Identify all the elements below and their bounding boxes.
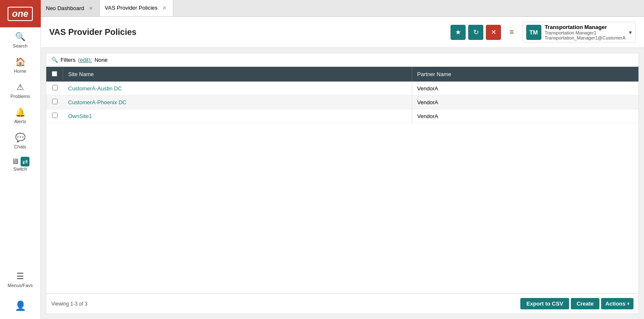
partner-name-cell: VendorA bbox=[412, 109, 638, 123]
user-role: Transportation Manager1 bbox=[545, 30, 625, 35]
table-footer: Viewing 1-3 of 3 Export to CSV Create Ac… bbox=[46, 293, 639, 314]
sidebar: one 🔍 Search 🏠 Home ⚠ Problems 🔔 Alerts … bbox=[0, 0, 41, 319]
user-name: Transportation Manager bbox=[545, 24, 625, 30]
tab-bar: Neo Dashboard ✕ VAS Provider Policies ✕ bbox=[41, 0, 644, 17]
table-row: CustomerA-Phoenix DC VendorA bbox=[46, 95, 639, 109]
row-checkbox[interactable] bbox=[52, 113, 58, 118]
table-container: Site Name Partner Name CustomerA-Austin … bbox=[46, 67, 639, 293]
page-title: VAS Provider Policies bbox=[49, 27, 445, 37]
home-icon: 🏠 bbox=[15, 57, 26, 67]
tab-vas-label: VAS Provider Policies bbox=[105, 5, 157, 11]
switch-arrows-icon: ⇄ bbox=[21, 157, 29, 166]
chevron-down-icon: ▾ bbox=[629, 29, 632, 36]
site-name-link[interactable]: OwnSite1 bbox=[68, 113, 92, 119]
export-csv-button[interactable]: Export to CSV bbox=[520, 298, 569, 309]
filters-value: None bbox=[95, 57, 108, 63]
vas-policies-table: Site Name Partner Name CustomerA-Austin … bbox=[46, 67, 639, 123]
sidebar-item-home[interactable]: 🏠 Home bbox=[0, 53, 40, 78]
sidebar-label-chats: Chats bbox=[14, 144, 27, 149]
content-area: 🔍 Filters (edit): None Site Name bbox=[41, 48, 644, 319]
page-header: VAS Provider Policies ★ ↻ ✕ ≡ TM Transpo… bbox=[41, 17, 644, 48]
sidebar-item-chats[interactable]: 💬 Chats bbox=[0, 128, 40, 153]
tab-neo-dashboard[interactable]: Neo Dashboard ✕ bbox=[41, 0, 100, 16]
th-checkbox bbox=[46, 67, 63, 81]
filters-bar: 🔍 Filters (edit): None bbox=[46, 53, 639, 67]
actions-label: Actions bbox=[605, 301, 625, 307]
chats-icon: 💬 bbox=[15, 132, 26, 142]
th-partner-name: Partner Name bbox=[412, 67, 638, 82]
content-panel: 🔍 Filters (edit): None Site Name bbox=[46, 53, 639, 314]
row-checkbox[interactable] bbox=[52, 85, 58, 90]
sidebar-item-switch[interactable]: 🖥 ⇄ Switch bbox=[0, 153, 40, 175]
table-header-row: Site Name Partner Name bbox=[46, 67, 639, 82]
sidebar-item-search[interactable]: 🔍 Search bbox=[0, 27, 40, 53]
row-checkbox[interactable] bbox=[52, 99, 58, 104]
row-checkbox-cell bbox=[46, 95, 63, 109]
header-actions: ★ ↻ ✕ bbox=[451, 25, 501, 40]
problems-icon: ⚠ bbox=[16, 82, 24, 92]
alerts-icon: 🔔 bbox=[15, 107, 26, 117]
filters-edit-link[interactable]: (edit): bbox=[78, 57, 92, 63]
site-name-cell: CustomerA-Phoenix DC bbox=[63, 95, 412, 109]
footer-action-buttons: Export to CSV Create Actions ▾ bbox=[520, 298, 633, 309]
actions-caret-icon: ▾ bbox=[627, 301, 629, 306]
tab-vas-provider-policies[interactable]: VAS Provider Policies ✕ bbox=[100, 0, 173, 16]
row-checkbox-cell bbox=[46, 82, 63, 95]
tab-neo-dashboard-label: Neo Dashboard bbox=[46, 5, 84, 11]
switch-screen-icon: 🖥 bbox=[11, 157, 19, 166]
select-all-checkbox[interactable] bbox=[52, 71, 57, 76]
sidebar-item-menus-favs[interactable]: ☰ Menus/Favs bbox=[0, 267, 40, 292]
menus-icon: ☰ bbox=[16, 271, 24, 281]
sidebar-item-alerts[interactable]: 🔔 Alerts bbox=[0, 103, 40, 128]
tab-neo-dashboard-close[interactable]: ✕ bbox=[87, 5, 94, 12]
row-checkbox-cell bbox=[46, 109, 63, 123]
viewing-count: Viewing 1-3 of 3 bbox=[51, 301, 87, 307]
sidebar-label-switch: Switch bbox=[13, 166, 27, 171]
app-logo[interactable]: one bbox=[0, 0, 41, 27]
partner-name-cell: VendorA bbox=[412, 95, 638, 109]
th-site-name: Site Name bbox=[63, 67, 412, 82]
partner-name-cell: VendorA bbox=[412, 82, 638, 95]
user-email: Transportation_Manager1@CustomerA bbox=[545, 35, 625, 40]
user-small-icon: 👤 bbox=[15, 301, 26, 311]
table-row: OwnSite1 VendorA bbox=[46, 109, 639, 123]
filter-icon: 🔍 bbox=[51, 57, 58, 63]
user-info: Transportation Manager Transportation Ma… bbox=[545, 24, 625, 40]
filters-label: Filters bbox=[61, 57, 75, 63]
logo-text: one bbox=[8, 7, 32, 21]
site-name-cell: CustomerA-Austin DC bbox=[63, 82, 412, 95]
sidebar-label-menus: Menus/Favs bbox=[8, 283, 33, 288]
site-name-cell: OwnSite1 bbox=[63, 109, 412, 123]
sidebar-label-problems: Problems bbox=[11, 94, 30, 99]
avatar: TM bbox=[526, 25, 541, 40]
site-name-link[interactable]: CustomerA-Austin DC bbox=[68, 85, 122, 92]
sidebar-item-problems[interactable]: ⚠ Problems bbox=[0, 78, 40, 103]
favorite-button[interactable]: ★ bbox=[451, 25, 466, 40]
search-icon: 🔍 bbox=[15, 32, 26, 42]
actions-button[interactable]: Actions ▾ bbox=[601, 298, 633, 309]
sidebar-item-user-avatar[interactable]: 👤 bbox=[0, 296, 40, 316]
user-profile[interactable]: TM Transportation Manager Transportation… bbox=[522, 22, 636, 42]
refresh-button[interactable]: ↻ bbox=[468, 25, 483, 40]
table-body: CustomerA-Austin DC VendorA CustomerA-Ph… bbox=[46, 82, 639, 123]
table-row: CustomerA-Austin DC VendorA bbox=[46, 82, 639, 95]
sidebar-label-alerts: Alerts bbox=[14, 119, 26, 124]
site-name-link[interactable]: CustomerA-Phoenix DC bbox=[68, 99, 127, 105]
menu-button[interactable]: ≡ bbox=[506, 26, 517, 38]
sidebar-label-search: Search bbox=[13, 43, 28, 48]
tab-vas-close[interactable]: ✕ bbox=[161, 5, 168, 11]
create-button[interactable]: Create bbox=[571, 298, 599, 309]
sidebar-label-home: Home bbox=[14, 69, 26, 74]
close-button[interactable]: ✕ bbox=[486, 25, 501, 40]
main-area: Neo Dashboard ✕ VAS Provider Policies ✕ … bbox=[41, 0, 644, 319]
